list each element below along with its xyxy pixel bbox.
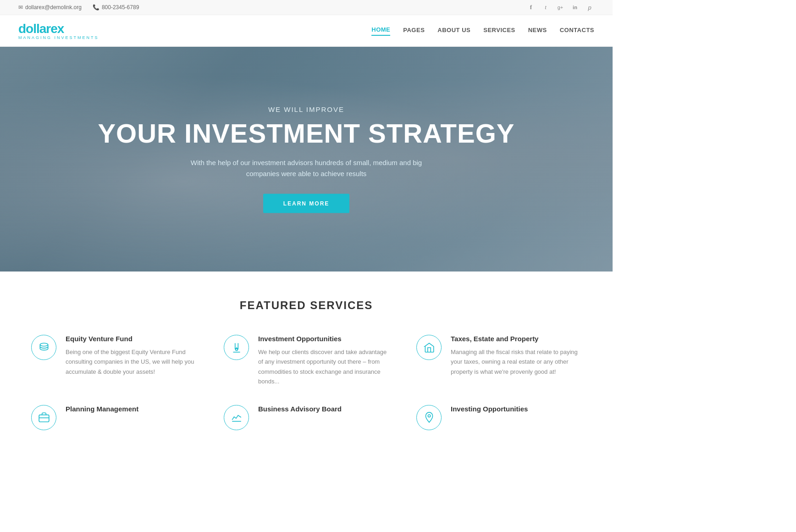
logo-text-part1: dollar — [18, 22, 50, 36]
service-title-advisory: Business Advisory Board — [258, 405, 342, 413]
hero-subtitle: WE WILL IMPROVE — [9, 105, 603, 113]
service-item-investing: Investing Opportunities — [416, 405, 581, 430]
service-title-taxes: Taxes, Estate and Property — [451, 335, 581, 343]
logo-wordmark: dollarex — [18, 22, 99, 36]
service-text-investing: Investing Opportunities — [451, 405, 528, 417]
svg-point-1 — [235, 349, 237, 350]
service-icon-investment — [224, 335, 249, 360]
featured-services-title: FEATURED SERVICES — [18, 299, 594, 312]
phone-number: 800-2345-6789 — [102, 4, 139, 11]
phone-info: 📞 800-2345-6789 — [93, 4, 139, 11]
service-icon-taxes — [416, 335, 442, 360]
service-text-advisory: Business Advisory Board — [258, 405, 342, 417]
email-address: dollarex@demolink.org — [25, 4, 82, 11]
home-icon — [423, 342, 435, 354]
social-linkedin[interactable]: in — [570, 3, 580, 12]
logo-text-accent: ex — [50, 22, 64, 36]
top-bar-contact-info: ✉ dollarex@demolink.org 📞 800-2345-6789 — [18, 4, 139, 11]
service-desc-equity: Being one of the biggest Equity Venture … — [66, 347, 196, 377]
pointer-icon — [231, 342, 243, 354]
social-links: f t g+ in p — [526, 3, 594, 12]
service-title-investment: Investment Opportunities — [258, 335, 389, 343]
email-info: ✉ dollarex@demolink.org — [18, 4, 82, 11]
main-header: dollarex MANAGING INVESTMENTS HOME PAGES… — [0, 15, 613, 47]
service-icon-equity — [31, 335, 56, 360]
nav-pages[interactable]: PAGES — [403, 27, 425, 35]
service-icon-planning — [31, 405, 56, 430]
social-facebook[interactable]: f — [526, 3, 536, 12]
main-nav: HOME PAGES ABOUT US SERVICES NEWS CONTAC… — [371, 26, 594, 36]
nav-contacts[interactable]: CONTACTS — [560, 27, 594, 35]
service-item-advisory: Business Advisory Board — [224, 405, 389, 430]
nav-services[interactable]: SERVICES — [483, 27, 515, 35]
hero-learn-more-button[interactable]: LEARN MORE — [263, 194, 350, 213]
top-bar: ✉ dollarex@demolink.org 📞 800-2345-6789 … — [0, 0, 613, 15]
svg-rect-2 — [39, 415, 49, 422]
service-item-taxes: Taxes, Estate and Property Managing all … — [416, 335, 581, 387]
service-desc-investment: We help our clients discover and take ad… — [258, 347, 389, 387]
service-desc-taxes: Managing all the fiscal risks that relat… — [451, 347, 581, 377]
nav-news[interactable]: NEWS — [528, 27, 547, 35]
services-grid: Equity Venture Fund Being one of the big… — [31, 335, 581, 430]
service-item-planning: Planning Management — [31, 405, 196, 430]
service-text-equity: Equity Venture Fund Being one of the big… — [66, 335, 196, 377]
service-text-investment: Investment Opportunities We help our cli… — [258, 335, 389, 387]
logo-tagline: MANAGING INVESTMENTS — [18, 35, 99, 40]
featured-services-section: FEATURED SERVICES Equity Venture Fund Be… — [0, 272, 613, 449]
svg-point-0 — [40, 343, 48, 346]
chart-icon — [231, 411, 243, 423]
nav-about[interactable]: ABOUT US — [437, 27, 470, 35]
service-text-taxes: Taxes, Estate and Property Managing all … — [451, 335, 581, 377]
location-icon — [423, 411, 435, 423]
service-title-equity: Equity Venture Fund — [66, 335, 196, 343]
site-logo: dollarex MANAGING INVESTMENTS — [18, 22, 99, 40]
svg-point-5 — [428, 415, 430, 417]
service-title-planning: Planning Management — [66, 405, 138, 413]
social-googleplus[interactable]: g+ — [556, 3, 565, 12]
hero-description: With the help of our investment advisors… — [187, 157, 426, 179]
service-icon-advisory — [224, 405, 249, 430]
service-item-equity: Equity Venture Fund Being one of the big… — [31, 335, 196, 387]
hero-section: WE WILL IMPROVE YOUR INVESTMENT STRATEGY… — [0, 47, 613, 272]
service-title-investing: Investing Opportunities — [451, 405, 528, 413]
hero-title: YOUR INVESTMENT STRATEGY — [9, 119, 603, 148]
briefcase-icon — [38, 411, 50, 423]
phone-icon: 📞 — [93, 4, 100, 11]
social-pinterest[interactable]: p — [585, 3, 594, 12]
social-twitter[interactable]: t — [541, 3, 550, 12]
email-icon: ✉ — [18, 4, 23, 11]
nav-home[interactable]: HOME — [371, 26, 390, 36]
stack-icon — [38, 342, 50, 354]
service-text-planning: Planning Management — [66, 405, 138, 417]
hero-content: WE WILL IMPROVE YOUR INVESTMENT STRATEGY… — [0, 105, 613, 213]
service-item-investment: Investment Opportunities We help our cli… — [224, 335, 389, 387]
service-icon-investing — [416, 405, 442, 430]
